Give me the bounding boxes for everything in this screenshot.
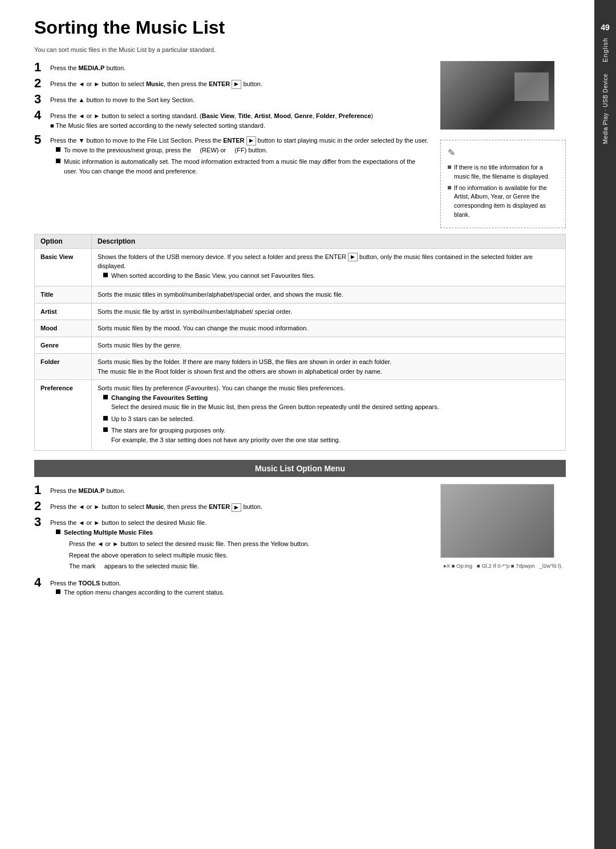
- device-image-bottom: [440, 484, 554, 558]
- steps-left: 1 Press the MEDIA.P button. 2 Press the …: [34, 61, 429, 228]
- option-step-2-content: Press the ◄ or ► button to select Music,…: [50, 500, 429, 512]
- steps-right: ✎ If there is no title information for a…: [440, 61, 566, 228]
- note-text-2: If no information is available for the A…: [454, 184, 558, 220]
- table-header-description: Description: [92, 234, 566, 248]
- section-header-option-menu: Music List Option Menu: [34, 460, 566, 477]
- table-cell-genre-desc: Sorts music files by the genre.: [92, 337, 566, 354]
- table-cell-preference-option: Preference: [35, 380, 92, 451]
- step-3-number: 3: [34, 93, 46, 106]
- step-3: 3 Press the ▲ button to move to the Sort…: [34, 93, 429, 106]
- opt-sq-4: [56, 589, 60, 594]
- table-cell-artist-desc: Sorts the music file by artist in symbol…: [92, 303, 566, 320]
- bullet-text-1: To move to the previous/next group, pres…: [64, 145, 268, 155]
- option-steps-left: 1 Press the MEDIA.P button. 2 Press the …: [34, 484, 429, 603]
- pref-sq-3: [103, 427, 108, 432]
- pref-bullet-1: Changing the Favourites SettingSelect th…: [103, 393, 560, 412]
- table-cell-preference-desc: Sorts music files by preference (Favouri…: [92, 380, 566, 451]
- pref-bullet-2: Up to 3 stars can be selected.: [103, 414, 560, 424]
- step-5-bullet-1: To move to the previous/next group, pres…: [56, 145, 429, 155]
- opt-sub-2: Repeat the above operation to select mul…: [62, 551, 429, 560]
- device-image-bottom-inner: [441, 484, 554, 557]
- option-step-1-content: Press the MEDIA.P button.: [50, 484, 429, 496]
- sidebar-english-label: English: [602, 38, 609, 62]
- table-header-option: Option: [35, 234, 92, 248]
- step-1-number: 1: [34, 61, 46, 74]
- table-row-artist: Artist Sorts the music file by artist in…: [35, 303, 566, 320]
- step-2-content: Press the ◄ or ► button to select Music,…: [50, 77, 429, 89]
- right-sidebar: 49 English Media Play · USB Device: [594, 0, 616, 849]
- table-row-preference: Preference Sorts music files by preferen…: [35, 380, 566, 451]
- device-image-top: [440, 61, 554, 130]
- step-5-number: 5: [34, 134, 46, 146]
- option-step-4-content: Press the TOOLS button. The option menu …: [50, 576, 429, 600]
- table-cell-basicview-desc: Shows the folders of the USB memory devi…: [92, 248, 566, 286]
- steps-section: 1 Press the MEDIA.P button. 2 Press the …: [34, 61, 566, 228]
- opt-sub-text-1: Press the ◄ or ► button to select the de…: [69, 539, 309, 549]
- step-2: 2 Press the ◄ or ► button to select Musi…: [34, 77, 429, 90]
- option-step-1-number: 1: [34, 484, 46, 496]
- table-row-mood: Mood Sorts music files by the mood. You …: [35, 320, 566, 337]
- main-content: Sorting the Music List You can sort musi…: [0, 0, 594, 849]
- step-5: 5 Press the ▼ button to move to the File…: [34, 134, 429, 178]
- step-4-content: Press the ◄ or ► button to select a sort…: [50, 109, 429, 130]
- opt-sub-3: The mark appears to the selected music f…: [62, 561, 429, 571]
- table-cell-basicview-option: Basic View: [35, 248, 92, 286]
- table-row-folder: Folder Sorts music files by the folder. …: [35, 354, 566, 380]
- device-image-inner: [440, 61, 554, 130]
- note-box-top: ✎ If there is no title information for a…: [440, 140, 566, 228]
- page-title: Sorting the Music List: [34, 17, 566, 38]
- table-cell-mood-option: Mood: [35, 320, 92, 337]
- bullet-text-2: Music information is automatically set. …: [64, 157, 429, 176]
- pref-sq-1: [103, 395, 108, 399]
- opt-sq: [56, 529, 60, 534]
- opt-sub-text-3: The mark appears to the selected music f…: [69, 561, 199, 571]
- option-step-1: 1 Press the MEDIA.P button.: [34, 484, 429, 496]
- table-cell-mood-desc: Sorts music files by the mood. You can c…: [92, 320, 566, 337]
- table-cell-folder-option: Folder: [35, 354, 92, 380]
- table-cell-title-option: Title: [35, 286, 92, 304]
- section-header-label: Music List Option Menu: [255, 464, 345, 473]
- basicview-bullet: When sorted according to the Basic View,…: [103, 271, 560, 281]
- opt-sub-text-2: Repeat the above operation to select mul…: [69, 551, 228, 560]
- note-item-1: If there is no title information for a m…: [448, 163, 558, 181]
- table-row-title: Title Sorts the music titles in symbol/n…: [35, 286, 566, 304]
- bullet-icon: [56, 147, 60, 152]
- bullet-sq: [103, 273, 108, 277]
- sort-table: Option Description Basic View Shows the …: [34, 234, 566, 451]
- option-step-3-number: 3: [34, 516, 46, 528]
- pref-sq-2: [103, 416, 108, 421]
- page-container: Sorting the Music List You can sort musi…: [0, 0, 616, 849]
- table-row-genre: Genre Sorts music files by the genre.: [35, 337, 566, 354]
- caption-bottom: ▸X ■ Op:ing ■ Gl.2 If 0-*"p ■ 7dpwpn _l2…: [440, 563, 566, 569]
- page-number: 49: [601, 23, 610, 32]
- option-step-4: 4 Press the TOOLS button. The option men…: [34, 576, 429, 600]
- option-menu-section: 1 Press the MEDIA.P button. 2 Press the …: [34, 484, 566, 603]
- option-step-2-number: 2: [34, 500, 46, 512]
- note-icon: ✎: [448, 146, 558, 160]
- table-cell-genre-option: Genre: [35, 337, 92, 354]
- step-2-number: 2: [34, 77, 46, 90]
- note-text-1: If there is no title information for a m…: [454, 163, 558, 181]
- table-row-basicview: Basic View Shows the folders of the USB …: [35, 248, 566, 286]
- table-cell-artist-option: Artist: [35, 303, 92, 320]
- option-step-3-content: Press the ◄ or ► button to select the de…: [50, 516, 429, 573]
- sidebar-media-label: Media Play · USB Device: [602, 74, 609, 144]
- step-4-number: 4: [34, 109, 46, 122]
- intro-text: You can sort music files in the Music Li…: [34, 46, 566, 53]
- step-4: 4 Press the ◄ or ► button to select a so…: [34, 109, 429, 130]
- step-1-content: Press the MEDIA.P button.: [50, 61, 429, 73]
- pref-bullet-3: The stars are for grouping purposes only…: [103, 426, 560, 444]
- note-item-2: If no information is available for the A…: [448, 184, 558, 220]
- note-bullet-2: [448, 186, 451, 189]
- option-step-4-number: 4: [34, 576, 46, 589]
- step-5-bullet-2: Music information is automatically set. …: [56, 157, 429, 176]
- option-step-3-header: Selecting Multiple Music Files: [56, 528, 429, 537]
- note-bullet-1: [448, 165, 451, 169]
- option-step-2: 2 Press the ◄ or ► button to select Musi…: [34, 500, 429, 512]
- table-cell-title-desc: Sorts the music titles in symbol/number/…: [92, 286, 566, 304]
- option-steps-right: ▸X ■ Op:ing ■ Gl.2 If 0-*"p ■ 7dpwpn _l2…: [440, 484, 566, 603]
- bullet-icon-2: [56, 159, 60, 163]
- step-1: 1 Press the MEDIA.P button.: [34, 61, 429, 74]
- step-5-content: Press the ▼ button to move to the File L…: [50, 134, 429, 178]
- option-step-3: 3 Press the ◄ or ► button to select the …: [34, 516, 429, 573]
